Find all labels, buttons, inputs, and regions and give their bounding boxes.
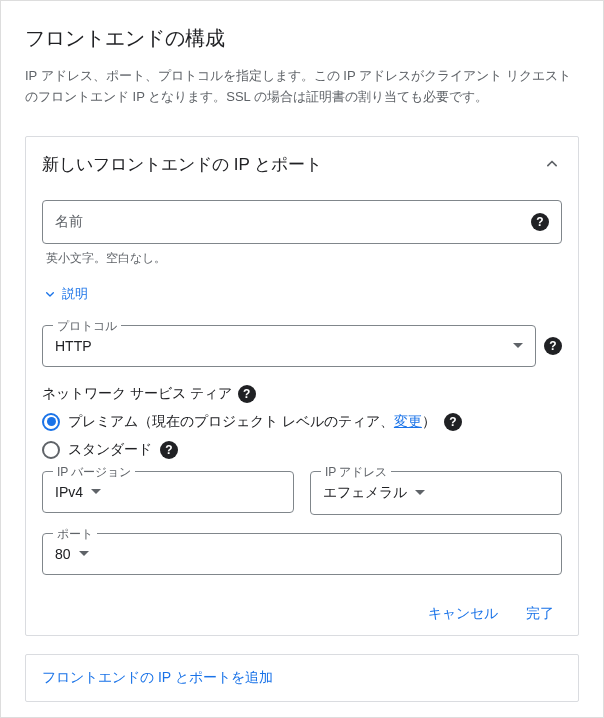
name-placeholder: 名前 — [55, 213, 531, 231]
chevron-down-icon — [42, 286, 58, 302]
port-label: ポート — [53, 526, 97, 543]
chevron-down-icon — [415, 490, 425, 495]
ip-version-value: IPv4 — [55, 484, 83, 500]
name-input[interactable]: 名前 ? — [42, 200, 562, 244]
tier-change-link[interactable]: 変更 — [394, 413, 422, 429]
ip-version-select[interactable]: IP バージョン IPv4 — [42, 471, 294, 513]
protocol-select[interactable]: プロトコル HTTP — [42, 325, 536, 367]
chevron-down-icon — [79, 551, 89, 556]
description-toggle-label: 説明 — [62, 285, 88, 303]
radio-checked-icon — [42, 413, 60, 431]
name-helper: 英小文字。空白なし。 — [46, 250, 562, 267]
frontend-card: 新しいフロントエンドの IP とポート 名前 ? 英小文字。空白なし。 説明 プ… — [25, 136, 579, 636]
card-title: 新しいフロントエンドの IP とポート — [42, 153, 322, 176]
ip-version-label: IP バージョン — [53, 464, 135, 481]
tier-premium-radio[interactable]: プレミアム（現在のプロジェクト レベルのティア、変更） ? — [42, 413, 562, 431]
ip-address-value: エフェメラル — [323, 484, 407, 502]
done-button[interactable]: 完了 — [526, 605, 554, 623]
help-icon[interactable]: ? — [544, 337, 562, 355]
tier-standard-label: スタンダード — [68, 441, 152, 459]
tier-section-label: ネットワーク サービス ティア ? — [42, 385, 562, 403]
tier-premium-label: プレミアム（現在のプロジェクト レベルのティア、変更） — [68, 413, 436, 431]
port-select[interactable]: ポート 80 — [42, 533, 562, 575]
port-value: 80 — [55, 546, 71, 562]
protocol-label: プロトコル — [53, 318, 121, 335]
card-header[interactable]: 新しいフロントエンドの IP とポート — [42, 153, 562, 176]
chevron-down-icon — [91, 489, 101, 494]
chevron-up-icon[interactable] — [542, 154, 562, 174]
chevron-down-icon — [513, 343, 523, 348]
help-icon[interactable]: ? — [531, 213, 549, 231]
radio-unchecked-icon — [42, 441, 60, 459]
page-title: フロントエンドの構成 — [25, 25, 579, 52]
tier-standard-radio[interactable]: スタンダード ? — [42, 441, 562, 459]
description-toggle[interactable]: 説明 — [42, 285, 562, 303]
ip-address-label: IP アドレス — [321, 464, 391, 481]
help-icon[interactable]: ? — [160, 441, 178, 459]
add-frontend-link[interactable]: フロントエンドの IP とポートを追加 — [25, 654, 579, 702]
ip-address-select[interactable]: IP アドレス エフェメラル — [310, 471, 562, 515]
cancel-button[interactable]: キャンセル — [428, 605, 498, 623]
protocol-value: HTTP — [55, 338, 505, 354]
help-icon[interactable]: ? — [238, 385, 256, 403]
page-description: IP アドレス、ポート、プロトコルを指定します。この IP アドレスがクライアン… — [25, 66, 579, 108]
help-icon[interactable]: ? — [444, 413, 462, 431]
